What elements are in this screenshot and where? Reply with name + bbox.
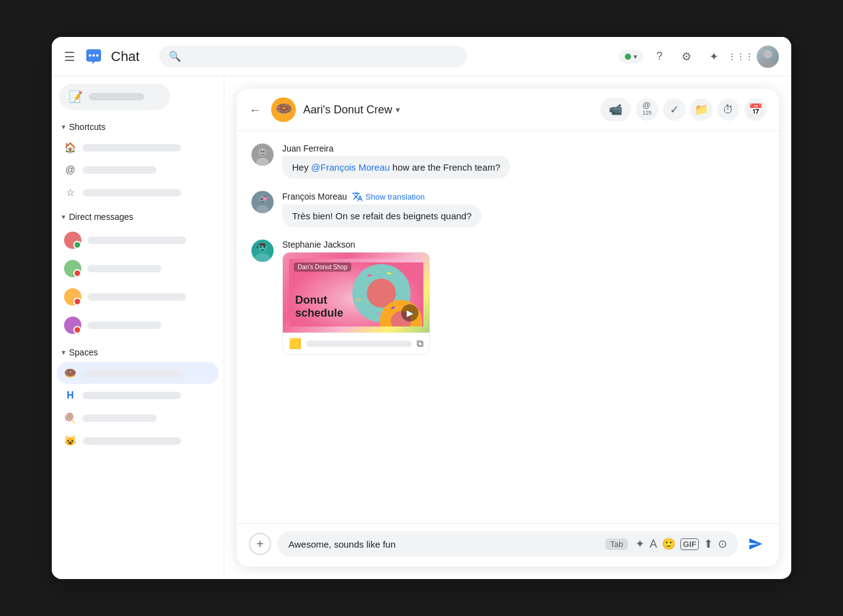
video-call-button[interactable]: 📹 [600,98,631,121]
dm-3-placeholder [88,293,186,301]
svg-point-21 [264,246,266,248]
stephanie-avatar [251,240,274,262]
message-2-bubble: Très bien! On se refait des beignets qua… [282,205,481,227]
mentions-button[interactable]: @125 [636,99,658,121]
sidebar-dm-2[interactable] [57,255,219,282]
dm-section-header[interactable]: ▾ Direct messages [57,209,219,224]
sidebar-space-2[interactable]: H [57,385,219,406]
sidebar-item-home[interactable]: 🏠 [57,137,219,158]
avatar-image [757,46,779,68]
folder-button[interactable]: 📁 [690,99,712,121]
settings-icon[interactable]: ⚙ [675,46,698,68]
starred-placeholder [83,189,181,197]
chat-header-actions: 📹 @125 ✓ 📁 ⏱ [600,98,767,121]
space-2-icon: H [64,390,76,401]
shortcuts-section-header[interactable]: ▾ Shortcuts [57,120,219,134]
card-title: Donut schedule [295,294,343,320]
help-icon[interactable]: ? [648,46,670,68]
svg-point-3 [96,54,99,57]
logo-area: Chat [83,46,139,68]
message-input[interactable] [288,539,598,549]
input-row: + Tab ✦ A 🙂 GIF ⬆ ⊙ [249,531,767,557]
upload-icon[interactable]: ⬆ [704,537,713,551]
sidebar-item-starred[interactable]: ☆ [57,182,219,203]
space-1-placeholder [83,370,181,377]
sidebar-space-4[interactable]: 😺 [57,430,219,452]
mentions-icon: @125 [642,100,651,119]
home-icon: 🏠 [64,142,76,153]
sidebar-space-1[interactable]: 🍩 [57,362,219,384]
spaces-arrow-icon: ▾ [62,348,65,357]
svg-point-9 [261,151,263,153]
svg-point-20 [260,246,262,248]
dm-avatar-4 [64,317,81,334]
copy-button[interactable]: ⧉ [417,338,423,349]
tasks-button[interactable]: ✓ [663,99,685,121]
gemini-sparkle-icon[interactable]: ✦ [635,537,645,551]
calendar-icon: 📅 [749,103,762,116]
add-attachment-button[interactable]: + [249,533,271,555]
sidebar: 📝 ▾ Shortcuts 🏠 @ ☆ ▾ [52,76,224,579]
card-play-button[interactable]: ▶ [401,304,418,322]
show-translation-button[interactable]: Show translation [352,191,425,202]
chat-title: Aari's Donut Crew [303,103,392,116]
spaces-label: Spaces [69,347,98,357]
apps-icon[interactable]: ⋮⋮⋮ [730,46,752,68]
space-3-placeholder [83,415,157,422]
svg-point-5 [760,60,775,68]
message-input-box[interactable]: Tab ✦ A 🙂 GIF ⬆ ⊙ [277,531,738,557]
new-chat-button[interactable]: 📝 [59,84,170,110]
spaces-section-header[interactable]: ▾ Spaces [57,345,219,360]
dm-avatar-3 [64,288,81,306]
chat-window: ← 🍩 Aari's Donut Crew ▾ 📹 @125 [237,89,779,567]
new-chat-icon: 📝 [69,90,83,103]
svg-point-2 [92,54,95,57]
gif-icon[interactable]: GIF [680,538,699,550]
user-avatar[interactable] [757,46,779,68]
top-bar-icons: ▾ ? ⚙ ✦ ⋮⋮⋮ [619,46,779,68]
format-text-icon[interactable]: A [650,538,657,551]
chat-panel: ← 🍩 Aari's Donut Crew ▾ 📹 @125 [224,76,791,579]
chat-header: ← 🍩 Aari's Donut Crew ▾ 📹 @125 [237,89,779,131]
juan-avatar [251,144,274,166]
chat-title-chevron-icon: ▾ [396,105,400,115]
message-2-header: François Moreau Show translation [282,191,764,202]
more-options-icon[interactable]: ⊙ [718,537,727,551]
video-icon: 📹 [609,103,622,116]
send-button[interactable] [744,533,767,555]
emoji-icon[interactable]: 🙂 [662,537,675,551]
message-3-content: Stephanie Jackson [282,240,764,355]
translate-icon [352,191,363,202]
dm-4-placeholder [88,322,161,329]
chevron-down-icon: ▾ [633,52,637,61]
star-icon: ☆ [64,187,76,198]
app-title: Chat [111,49,139,65]
sidebar-dm-1[interactable] [57,227,219,254]
sidebar-dm-3[interactable] [57,283,219,310]
chat-title-area[interactable]: Aari's Donut Crew ▾ [303,103,593,116]
group-emoji: 🍩 [275,102,292,118]
chat-logo-icon [83,46,105,68]
mention-placeholder [83,166,157,174]
svg-point-4 [764,50,772,59]
status-indicator[interactable]: ▾ [619,50,643,63]
sidebar-item-mention[interactable]: @ [57,160,219,180]
gemini-icon[interactable]: ✦ [702,46,725,68]
sidebar-dm-4[interactable] [57,312,219,339]
card-footer-placeholder [306,341,412,347]
back-button[interactable]: ← [249,103,261,117]
donut-card-image: Dan's Donut Shop Donut schedule ▶ [283,253,430,333]
sidebar-space-3[interactable]: 🍭 [57,407,219,429]
new-chat-label-placeholder [89,93,144,100]
card-footer-icon: 🟨 [289,338,301,349]
donut-card[interactable]: Dan's Donut Shop Donut schedule ▶ [282,252,430,355]
dm-1-placeholder [88,237,186,244]
space-1-emoji: 🍩 [64,367,76,379]
calendar-button[interactable]: 📅 [744,99,767,121]
search-bar[interactable]: 🔍 [159,46,467,67]
search-input[interactable] [187,51,457,62]
hamburger-menu-icon[interactable]: ☰ [64,49,75,64]
timer-button[interactable]: ⏱ [717,99,739,121]
space-4-emoji: 😺 [64,435,76,447]
send-icon [748,537,763,551]
